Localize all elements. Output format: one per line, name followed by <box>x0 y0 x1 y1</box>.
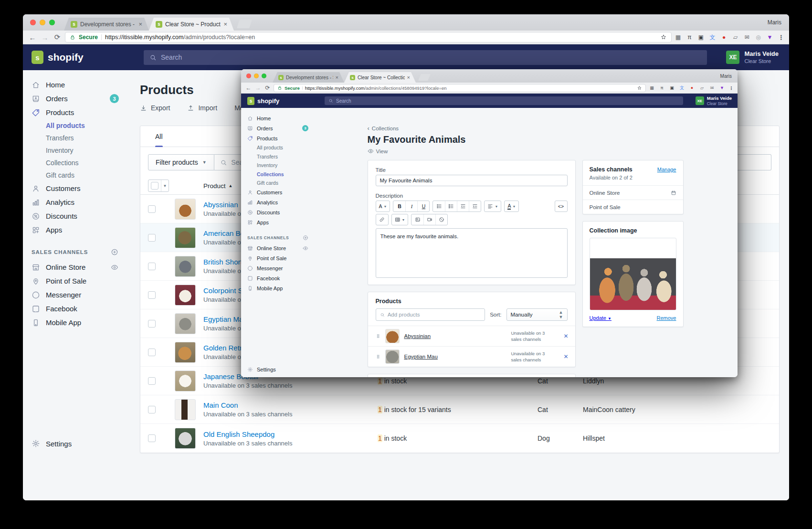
sidebar-item-messenger[interactable]: Messenger <box>241 264 313 274</box>
row-checkbox[interactable] <box>148 205 156 213</box>
extension-icon[interactable]: ▼ <box>766 34 773 41</box>
admin-search-box[interactable] <box>144 50 707 65</box>
sidebar-item-orders[interactable]: Orders3 <box>23 92 126 106</box>
remove-product-icon[interactable]: ✕ <box>563 353 568 360</box>
sidebar-item-collections[interactable]: Collections <box>241 170 313 179</box>
extension-icon[interactable]: ▦ <box>675 34 682 41</box>
product-link[interactable]: Egyptian Mau <box>404 354 438 360</box>
add-products-input[interactable] <box>388 312 481 317</box>
shopify-logo[interactable]: s shopify <box>23 51 126 64</box>
extension-icon[interactable]: ● <box>720 34 728 41</box>
select-all-control[interactable]: ▼ <box>148 180 169 192</box>
eye-icon[interactable] <box>111 264 118 271</box>
tab-close-icon[interactable]: × <box>407 74 410 80</box>
sidebar-item-gift-cards[interactable]: Gift cards <box>241 179 313 188</box>
show-html-button[interactable]: <> <box>555 201 567 212</box>
product-link[interactable]: Abyssinian <box>404 333 431 339</box>
back-button[interactable]: ← <box>245 85 252 91</box>
outdent-button[interactable] <box>457 201 469 212</box>
remove-product-icon[interactable]: ✕ <box>563 333 568 339</box>
sidebar-item-settings[interactable]: Settings <box>247 367 276 372</box>
sidebar-item-point-of-sale[interactable]: Point of Sale <box>241 254 313 264</box>
row-checkbox[interactable] <box>148 406 156 413</box>
drag-handle-icon[interactable] <box>376 333 380 339</box>
sidebar-item-inventory[interactable]: Inventory <box>241 161 313 170</box>
italic-button[interactable]: I <box>405 201 417 212</box>
sidebar-item-discounts[interactable]: Discounts <box>241 208 313 218</box>
select-all-checkbox[interactable] <box>151 182 158 190</box>
close-window-button[interactable] <box>246 74 251 78</box>
import-button[interactable]: Import <box>187 104 217 112</box>
address-bar[interactable]: Secure https://itissible.myshopify.com/a… <box>65 32 672 42</box>
sidebar-item-collections[interactable]: Collections <box>23 157 126 169</box>
extension-icon[interactable]: ▼ <box>718 85 726 90</box>
extension-icon[interactable]: ▣ <box>697 34 705 41</box>
font-style-button[interactable]: A▼ <box>376 201 390 212</box>
close-window-button[interactable] <box>30 20 36 25</box>
browser-profile-name[interactable]: Maris <box>768 19 781 26</box>
browser-tab-collection[interactable]: s Clear Store ~ Collection ~ My F × <box>344 72 416 83</box>
collection-title-input[interactable] <box>376 175 568 186</box>
add-channel-icon[interactable] <box>303 235 308 241</box>
export-button[interactable]: Export <box>140 104 170 112</box>
indent-button[interactable] <box>469 201 481 212</box>
product-link[interactable]: Main Coon <box>203 401 378 409</box>
admin-search-input[interactable] <box>161 53 701 61</box>
breadcrumb[interactable]: ‹Collections <box>368 125 684 131</box>
browser-menu-icon[interactable]: ⋮ <box>729 85 734 91</box>
sidebar-item-online-store[interactable]: Online Store <box>241 243 313 254</box>
insert-video-button[interactable] <box>423 214 435 225</box>
table-row[interactable]: Old English SheepdogUnavailable on 3 sal… <box>140 424 779 453</box>
extension-icon[interactable]: ▦ <box>648 85 655 90</box>
eye-icon[interactable] <box>303 245 308 251</box>
translate-icon[interactable]: 文 <box>678 85 685 91</box>
extension-icon[interactable]: ● <box>688 85 696 90</box>
extension-icon[interactable]: π <box>658 85 665 90</box>
extension-icon[interactable]: ✉ <box>743 34 750 41</box>
remove-image-link[interactable]: Remove <box>657 315 676 321</box>
sidebar-item-transfers[interactable]: Transfers <box>23 132 126 144</box>
text-color-button[interactable]: A▼ <box>505 201 518 212</box>
sidebar-item-messenger[interactable]: Messenger <box>23 288 126 302</box>
channel-row-online-store[interactable]: Online Store <box>583 185 683 200</box>
bulleted-list-button[interactable] <box>433 201 445 212</box>
sidebar-item-home[interactable]: Home <box>241 113 313 123</box>
collection-product-row[interactable]: Egyptian Mau Unavailable on 3 sales chan… <box>368 346 575 367</box>
browser-profile-name[interactable]: Maris <box>720 74 732 79</box>
tab-close-icon[interactable]: × <box>138 21 142 28</box>
browser-tab-dev-stores[interactable]: s Development stores - Shopify × <box>273 72 344 83</box>
sort-select[interactable]: Manually▲▼ <box>506 308 568 321</box>
row-checkbox[interactable] <box>148 320 156 328</box>
account-menu[interactable]: XE Maris Veide Clear Store <box>696 95 738 106</box>
tab-close-icon[interactable]: × <box>336 74 338 80</box>
tab-close-icon[interactable]: × <box>223 21 227 28</box>
numbered-list-button[interactable] <box>445 201 457 212</box>
sidebar-item-transfers[interactable]: Transfers <box>241 152 313 161</box>
browser-menu-icon[interactable]: ⋮ <box>778 34 784 41</box>
sidebar-item-analytics[interactable]: Analytics <box>241 198 313 208</box>
admin-search-input[interactable] <box>336 98 679 104</box>
extension-icon[interactable]: ▱ <box>698 85 706 90</box>
bold-button[interactable]: B <box>393 201 405 212</box>
reload-button[interactable]: ⟳ <box>264 85 271 91</box>
sidebar-item-gift-cards[interactable]: Gift cards <box>23 169 126 181</box>
add-channel-icon[interactable] <box>111 248 118 256</box>
admin-search-box[interactable] <box>325 96 683 105</box>
sidebar-item-inventory[interactable]: Inventory <box>23 144 126 157</box>
browser-tab-products[interactable]: s Clear Store ~ Products ~ Shop × <box>149 18 234 31</box>
new-tab-button[interactable] <box>418 74 431 81</box>
sidebar-item-all-products[interactable]: All products <box>23 119 126 132</box>
row-checkbox[interactable] <box>148 377 156 385</box>
shopify-logo[interactable]: s shopify <box>241 97 313 105</box>
update-image-link[interactable]: Update ▼ <box>590 315 612 321</box>
row-checkbox[interactable] <box>148 234 156 242</box>
translate-icon[interactable]: 文 <box>709 33 716 42</box>
bookmark-star-icon[interactable] <box>637 85 642 91</box>
extension-icon[interactable]: ▱ <box>732 34 739 41</box>
account-menu[interactable]: XE Maris Veide Clear Store <box>726 50 789 64</box>
back-button[interactable]: ← <box>28 33 37 42</box>
row-checkbox[interactable] <box>148 291 156 299</box>
collection-product-row[interactable]: Abyssinian Unavailable on 3 sales channe… <box>368 326 575 346</box>
add-products-field[interactable] <box>376 308 485 321</box>
drag-handle-icon[interactable] <box>376 353 380 360</box>
